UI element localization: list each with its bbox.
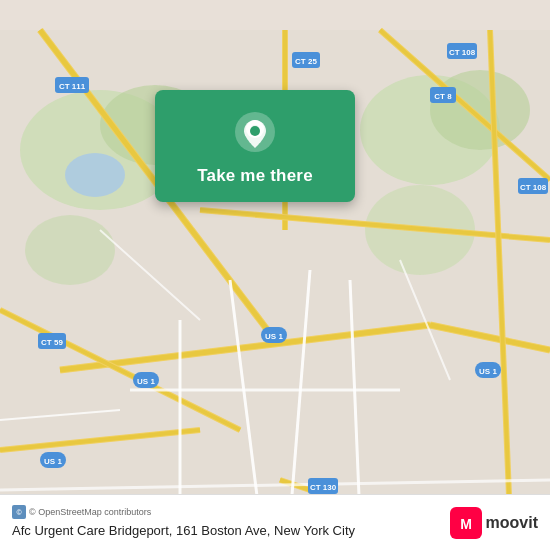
svg-text:US 1: US 1 xyxy=(137,377,155,386)
svg-point-4 xyxy=(430,70,530,150)
svg-text:CT 108: CT 108 xyxy=(449,48,476,57)
location-name: Afc Urgent Care Bridgeport, 161 Boston A… xyxy=(12,523,355,540)
svg-point-5 xyxy=(25,215,115,285)
action-card: Take me there xyxy=(155,90,355,202)
osm-credit: © © OpenStreetMap contributors xyxy=(12,505,355,519)
svg-text:CT 111: CT 111 xyxy=(59,82,86,91)
svg-text:CT 108: CT 108 xyxy=(520,183,547,192)
map-container: CT 111 CT 25 CT 8 CT 108 CT 108 US 1 US … xyxy=(0,0,550,550)
svg-text:US 1: US 1 xyxy=(479,367,497,376)
moovit-icon: M xyxy=(450,507,482,539)
take-me-there-button[interactable]: Take me there xyxy=(197,166,313,186)
moovit-text: moovit xyxy=(486,514,538,532)
location-pin-icon xyxy=(233,110,277,154)
moovit-logo: M moovit xyxy=(450,507,538,539)
osm-credit-text: © OpenStreetMap contributors xyxy=(29,507,151,517)
info-left: © © OpenStreetMap contributors Afc Urgen… xyxy=(12,505,355,540)
svg-text:CT 8: CT 8 xyxy=(434,92,452,101)
svg-text:US 1: US 1 xyxy=(265,332,283,341)
svg-point-7 xyxy=(65,153,125,197)
info-bar: © © OpenStreetMap contributors Afc Urgen… xyxy=(0,494,550,550)
svg-text:CT 59: CT 59 xyxy=(41,338,63,347)
svg-text:US 1: US 1 xyxy=(44,457,62,466)
svg-text:M: M xyxy=(460,516,472,532)
svg-text:CT 130: CT 130 xyxy=(310,483,337,492)
osm-logo-icon: © xyxy=(12,505,26,519)
svg-text:CT 25: CT 25 xyxy=(295,57,317,66)
svg-point-62 xyxy=(250,126,260,136)
